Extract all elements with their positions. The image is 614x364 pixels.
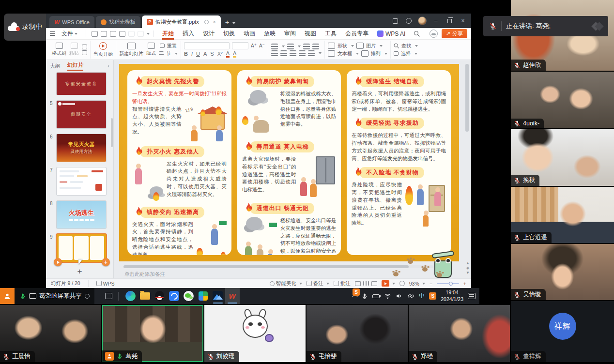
panel-tab-slides[interactable]: 幻灯片 [67, 61, 83, 71]
search-button[interactable] [410, 28, 424, 40]
participant-video-dongxianghui[interactable]: 祥辉 董祥辉 [511, 301, 614, 362]
participant-video-wuyixuan[interactable]: 吴怡璇 [511, 244, 614, 300]
sidebar-toggle-icon[interactable] [389, 15, 401, 27]
panel-tab-outline[interactable]: 大纲 [50, 62, 61, 70]
view-mode-buttons[interactable] [355, 281, 377, 286]
font-family-select[interactable] [184, 42, 230, 49]
underline-button[interactable]: U [196, 51, 200, 57]
wifi-icon[interactable] [384, 292, 391, 300]
menu-transition[interactable]: 切换 [219, 28, 239, 40]
menu-tools[interactable]: 工具 [321, 28, 341, 40]
menu-wps-ai[interactable]: WPS AI [373, 28, 410, 40]
play-slide-button[interactable] [54, 258, 62, 266]
section-button[interactable]: 节 [159, 50, 178, 57]
menu-insert[interactable]: 插入 [178, 28, 199, 40]
recording-indicator[interactable]: 录制中 [4, 14, 46, 41]
font-color-button[interactable]: A [226, 50, 230, 58]
minimize-button[interactable]: – [430, 15, 442, 27]
meeting-app-badge[interactable] [0, 288, 15, 304]
horizontal-scrollbar[interactable] [123, 265, 433, 268]
align-left-button[interactable] [271, 50, 278, 56]
menu-view[interactable]: 视图 [300, 28, 321, 40]
numbering-button[interactable] [287, 44, 294, 49]
undo-icon[interactable] [128, 31, 135, 37]
indent-button[interactable] [312, 44, 319, 49]
menu-file[interactable]: 文件 [57, 28, 82, 40]
taskbar-app-edge[interactable] [123, 288, 138, 304]
notes-placeholder[interactable]: 单击此处添加备注 [124, 271, 165, 278]
ime-indicator[interactable]: 中 [419, 292, 425, 300]
participant-video-liujiaoyao[interactable]: 刘姣瑶 [204, 305, 306, 362]
tab-wps-office[interactable]: W WPS Office [49, 16, 94, 28]
reset-button[interactable]: 重置 [160, 43, 177, 49]
account-avatar[interactable] [416, 15, 429, 27]
participant-video-zhengjin[interactable]: 郑瑾 [409, 305, 510, 362]
slide-thumb-6[interactable]: 6 常见灭火器及使用方法 [57, 134, 113, 162]
menu-member[interactable]: 会员专享 [341, 28, 373, 40]
cut-copy-buttons[interactable] [82, 45, 87, 55]
cloud-sync-icon[interactable] [430, 30, 438, 38]
zoom-slider[interactable] [437, 283, 459, 284]
font-shrink-button[interactable]: A⁻ [259, 43, 265, 48]
participant-video-wanqiu[interactable]: 挽秋 [511, 129, 614, 186]
slide-thumb-5[interactable]: 5 假期安全 [57, 101, 113, 128]
menu-review[interactable]: 审阅 [280, 28, 300, 40]
task-view-button[interactable] [105, 293, 112, 299]
slide-thumb-4[interactable]: 寒假安全教育 [57, 73, 113, 95]
taskbar-app-netdisk[interactable] [167, 288, 182, 304]
strikethrough-button[interactable]: S [210, 51, 214, 57]
taskbar-app-meeting[interactable] [211, 288, 225, 304]
play-from-current-button[interactable]: 当页开始 [93, 42, 113, 58]
taskbar-app-wechat[interactable] [182, 288, 196, 304]
screen-share-pill[interactable]: 葛尧的屏幕共享 [15, 288, 94, 304]
participant-video-wangchenyi[interactable]: 王晨怡 [0, 305, 101, 362]
tab-docer-templates[interactable]: 找稻壳模板 [96, 16, 140, 28]
align-right-button[interactable] [290, 50, 296, 56]
menu-slideshow[interactable]: 放映 [260, 28, 280, 40]
textbox-button[interactable]: 文本框排列 [328, 50, 387, 57]
history-chevron-icon[interactable] [147, 33, 150, 35]
sogou-floating-icon[interactable]: S [353, 288, 360, 296]
zoom-out-button[interactable]: − [430, 281, 432, 287]
slide-thumb-9-current[interactable]: 9 + [57, 234, 113, 262]
redo-icon[interactable] [138, 31, 144, 37]
bullets-button[interactable] [271, 44, 278, 49]
superscript-button[interactable]: X² [217, 51, 223, 57]
bold-button[interactable]: B [184, 51, 188, 57]
char-spacing-button[interactable]: A [203, 51, 207, 57]
panel-collapse-icon[interactable]: ‹ [107, 63, 109, 69]
outdent-button[interactable] [303, 44, 310, 49]
tab-close-icon[interactable]: × [213, 19, 216, 25]
notes-button[interactable]: 备注 [307, 280, 329, 287]
slide-thumb-8[interactable]: 8 火场逃生 [57, 201, 113, 228]
paste-button[interactable]: 粘贴 [69, 43, 79, 57]
smart-beautify-button[interactable]: 智能美化 [270, 280, 302, 287]
participant-video-geyao-speaking[interactable]: 葛尧 [102, 305, 203, 362]
sogou-icon[interactable]: S [429, 292, 436, 300]
taskbar-clock[interactable]: 19:042024/1/23 [441, 289, 463, 302]
save-icon[interactable] [92, 31, 98, 37]
menu-home[interactable]: 开始 [158, 28, 178, 40]
participant-video-shangguanxiaoyao[interactable]: 上官逍遥 [511, 187, 614, 243]
participant-video-4uoik[interactable]: 4uoik- [511, 72, 614, 128]
find-button[interactable]: 查找 [394, 43, 418, 49]
close-button[interactable]: × [457, 15, 469, 27]
panel-scrollbar[interactable] [111, 118, 113, 147]
tray-mic-icon[interactable] [361, 293, 368, 300]
battery-icon[interactable] [372, 294, 380, 298]
taskbar-app-qq[interactable] [153, 288, 167, 304]
restore-button[interactable] [443, 15, 456, 27]
zoom-in-button[interactable]: + [463, 281, 466, 287]
output-icon[interactable] [101, 31, 107, 37]
italic-button[interactable]: I [191, 51, 193, 57]
slide-editor[interactable]: 起火莫慌 先报火警 一旦发生火灾，要在第一时间拨打“119”报警电话。 119 … [119, 64, 459, 261]
participant-video-maoyifei[interactable]: 毛怡斐 [307, 305, 408, 362]
wps-note-indicator[interactable]: WPS [96, 281, 115, 287]
font-grow-button[interactable]: A⁺ [251, 43, 257, 48]
font-size-select[interactable] [232, 42, 248, 49]
notification-center-icon[interactable] [468, 293, 476, 299]
taskbar-app-docs[interactable] [196, 288, 211, 304]
add-slide-button[interactable]: + [46, 267, 113, 276]
quick-add-slide-button[interactable]: + [102, 258, 110, 266]
comments-button[interactable]: 批注 [334, 280, 351, 287]
